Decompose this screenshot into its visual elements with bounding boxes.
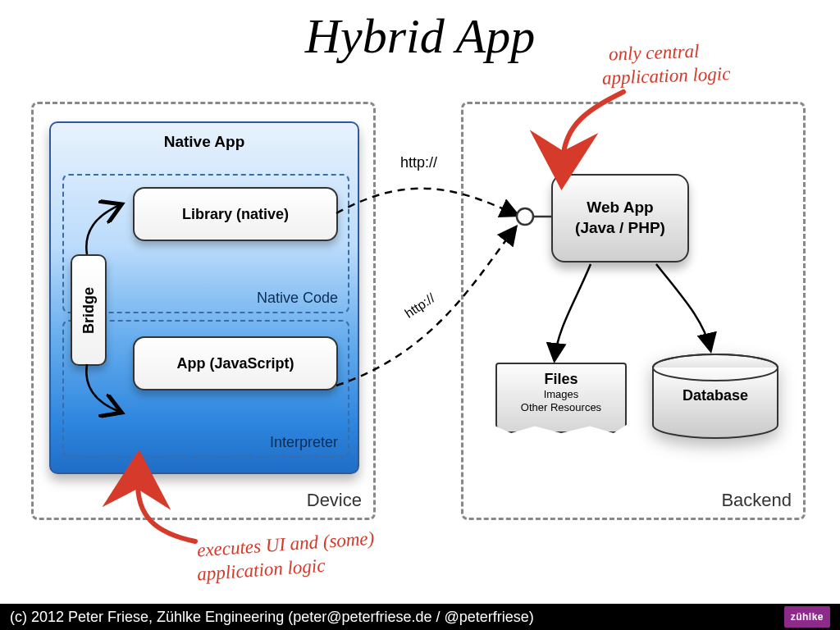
files-sub2: Other Resources: [500, 401, 622, 414]
backend-panel-label: Backend: [721, 490, 792, 511]
zuhlke-logo: zühlke: [784, 606, 830, 628]
annotation-top: only central application logic: [609, 41, 731, 89]
files-sub1: Images: [500, 388, 622, 401]
app-javascript-box: App (JavaScript): [133, 336, 338, 390]
interpreter-label: Interpreter: [270, 434, 338, 451]
native-code-label: Native Code: [257, 290, 338, 307]
native-app-box: Native App Native Code Interpreter Libra…: [49, 121, 359, 474]
files-heading: Files: [500, 371, 622, 388]
database-cylinder: Database: [650, 353, 781, 443]
web-app-box: Web App (Java / PHP): [551, 174, 689, 262]
native-app-title: Native App: [51, 123, 358, 156]
web-app-line1: Web App: [575, 198, 665, 218]
footer-bar: (c) 2012 Peter Friese, Zühlke Engineerin…: [0, 604, 840, 630]
annotation-bottom: executes UI and (some) application logic: [197, 533, 375, 581]
backend-panel: Backend: [461, 102, 806, 520]
web-app-line2: (Java / PHP): [575, 218, 665, 239]
http-label-1: http://: [400, 154, 437, 171]
library-native-box: Library (native): [133, 187, 338, 241]
footer-text: (c) 2012 Peter Friese, Zühlke Engineerin…: [10, 609, 534, 626]
http-label-2: http://: [402, 290, 437, 321]
bridge-label: Bridge: [80, 286, 98, 333]
bridge-box: Bridge: [71, 254, 107, 366]
annotation-top-line2: application logic: [602, 62, 731, 90]
database-label: Database: [650, 387, 781, 404]
device-panel-label: Device: [307, 490, 362, 511]
files-box: Files Images Other Resources: [495, 363, 627, 433]
